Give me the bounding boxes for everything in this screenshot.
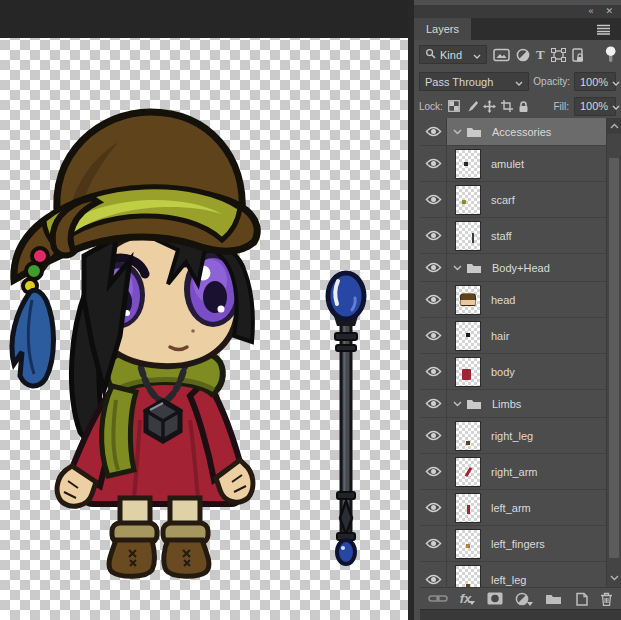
layer-head[interactable]: head xyxy=(420,282,606,318)
layer-group-Limbs[interactable]: Limbs xyxy=(420,390,606,418)
layer-name: head xyxy=(491,294,515,306)
visibility-toggle[interactable] xyxy=(420,390,447,417)
lock-row: Lock: Fill: 100% xyxy=(414,94,621,118)
layer-thumbnail[interactable] xyxy=(455,421,481,451)
visibility-toggle[interactable] xyxy=(420,182,447,217)
chevron-down-icon xyxy=(612,100,620,112)
layer-left_fingers[interactable]: left_fingers xyxy=(420,526,606,562)
layer-group-Body+Head[interactable]: Body+Head xyxy=(420,254,606,282)
canvas-area[interactable] xyxy=(0,0,408,620)
lock-position-icon[interactable] xyxy=(483,100,496,113)
search-icon xyxy=(425,48,436,61)
scroll-up-icon[interactable] xyxy=(607,118,621,134)
collapse-panels-icon[interactable]: « xyxy=(588,7,593,16)
filter-row: Kind T xyxy=(414,40,621,69)
layer-thumbnail[interactable] xyxy=(455,285,481,315)
visibility-toggle[interactable] xyxy=(420,146,447,181)
panel-menu-icon[interactable] xyxy=(596,18,621,40)
layer-thumbnail[interactable] xyxy=(455,185,481,215)
lock-label: Lock: xyxy=(419,101,443,112)
layer-thumbnail[interactable] xyxy=(455,457,481,487)
layer-amulet[interactable]: amulet xyxy=(420,146,606,182)
layer-thumbnail[interactable] xyxy=(455,149,481,179)
fill-label: Fill: xyxy=(553,101,569,112)
type-layer-filter-icon[interactable]: T xyxy=(536,48,545,61)
layer-thumbnail[interactable] xyxy=(455,221,481,251)
fill-field[interactable]: 100% xyxy=(574,97,616,116)
photoshop-window: « ✕ Layers Kind xyxy=(0,0,621,620)
panel-title-bar: « ✕ xyxy=(414,5,621,18)
staff-art xyxy=(328,273,364,564)
layer-name: amulet xyxy=(491,158,524,170)
layer-left_leg[interactable]: left_leg xyxy=(420,562,606,587)
tab-spacer xyxy=(471,18,596,40)
layer-name: body xyxy=(491,366,515,378)
layer-effects-icon[interactable]: fx xyxy=(460,593,476,605)
visibility-toggle[interactable] xyxy=(420,118,447,145)
layer-name: hair xyxy=(491,330,509,342)
filtering-toggle[interactable] xyxy=(605,46,616,63)
visibility-toggle[interactable] xyxy=(420,526,447,561)
layers-scrollbar[interactable] xyxy=(606,118,621,587)
layer-name: Accessories xyxy=(492,126,551,138)
layer-thumbnail[interactable] xyxy=(455,357,481,387)
layer-staff[interactable]: staff xyxy=(420,218,606,254)
layer-left_arm[interactable]: left_arm xyxy=(420,490,606,526)
tab-layers[interactable]: Layers xyxy=(414,18,471,40)
layers-panel: « ✕ Layers Kind xyxy=(408,0,621,620)
lock-image-pixels-icon[interactable] xyxy=(465,100,478,113)
layer-hair[interactable]: hair xyxy=(420,318,606,354)
layer-thumbnail[interactable] xyxy=(455,493,481,523)
lock-artboard-icon[interactable] xyxy=(501,100,513,112)
visibility-toggle[interactable] xyxy=(420,354,447,389)
layer-thumbnail[interactable] xyxy=(455,565,481,588)
layer-name: right_arm xyxy=(491,466,537,478)
layer-name: left_arm xyxy=(491,502,531,514)
visibility-toggle[interactable] xyxy=(420,562,447,587)
scrollbar-thumb[interactable] xyxy=(609,158,619,558)
visibility-toggle[interactable] xyxy=(420,254,447,281)
visibility-toggle[interactable] xyxy=(420,490,447,525)
link-layers-icon[interactable] xyxy=(428,593,448,604)
visibility-toggle[interactable] xyxy=(420,454,447,489)
smart-object-filter-icon[interactable] xyxy=(572,48,585,62)
shape-layer-filter-icon[interactable] xyxy=(551,48,566,62)
visibility-toggle[interactable] xyxy=(420,218,447,253)
layer-thumbnail[interactable] xyxy=(455,321,481,351)
group-expand-icon[interactable] xyxy=(451,129,464,135)
delete-layer-icon[interactable] xyxy=(600,592,613,606)
filter-kind-select[interactable]: Kind xyxy=(419,45,487,64)
layer-name: left_leg xyxy=(491,574,526,586)
blend-mode-select[interactable]: Pass Through xyxy=(419,72,529,91)
opacity-field[interactable]: 100% xyxy=(574,72,616,91)
layer-name: staff xyxy=(491,230,512,242)
lock-transparent-pixels-icon[interactable] xyxy=(448,100,460,112)
add-layer-mask-icon[interactable] xyxy=(487,592,503,605)
visibility-toggle[interactable] xyxy=(420,282,447,317)
blend-row: Pass Through Opacity: 100% xyxy=(414,69,621,94)
lock-all-icon[interactable] xyxy=(518,100,529,113)
new-group-icon[interactable] xyxy=(545,593,562,605)
panel-tab-bar: Layers xyxy=(414,18,621,40)
layer-name: Body+Head xyxy=(492,262,550,274)
layer-scarf[interactable]: scarf xyxy=(420,182,606,218)
layer-body[interactable]: body xyxy=(420,354,606,390)
visibility-toggle[interactable] xyxy=(420,318,447,353)
pixel-layer-filter-icon[interactable] xyxy=(493,48,510,62)
group-expand-icon[interactable] xyxy=(451,265,464,271)
blend-mode-value: Pass Through xyxy=(425,76,493,88)
layer-group-Accessories[interactable]: Accessories xyxy=(420,118,606,146)
close-panel-icon[interactable]: ✕ xyxy=(605,7,613,16)
layer-name: scarf xyxy=(491,194,515,206)
character-artwork xyxy=(0,0,408,620)
adjustment-layer-icon[interactable] xyxy=(515,592,533,606)
group-expand-icon[interactable] xyxy=(451,401,464,407)
adjustment-layer-filter-icon[interactable] xyxy=(516,48,530,62)
layer-right_arm[interactable]: right_arm xyxy=(420,454,606,490)
visibility-toggle[interactable] xyxy=(420,418,447,453)
scroll-down-icon[interactable] xyxy=(607,570,621,586)
layer-right_leg[interactable]: right_leg xyxy=(420,418,606,454)
layer-thumbnail[interactable] xyxy=(455,529,481,559)
new-layer-icon[interactable] xyxy=(574,592,588,606)
chevron-down-icon xyxy=(515,76,523,88)
